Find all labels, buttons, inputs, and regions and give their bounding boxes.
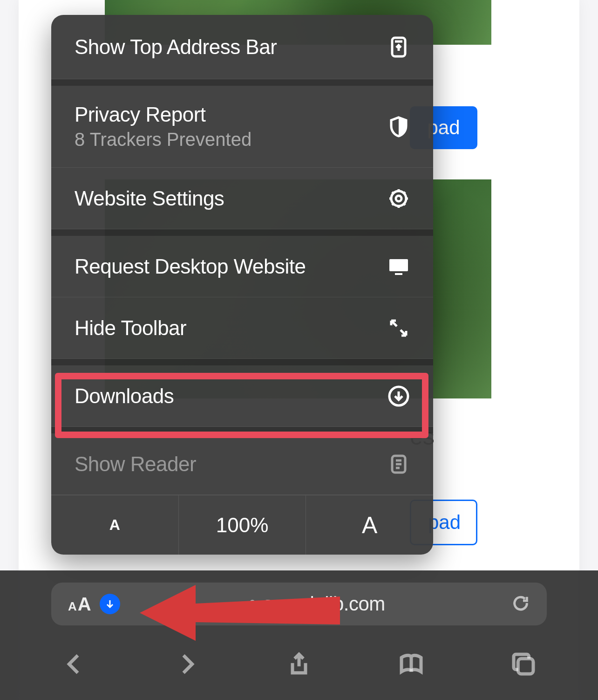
bookmarks-button[interactable] [398,651,424,679]
expand-icon [387,317,410,339]
menu-sublabel: 8 Trackers Prevented [75,129,251,150]
back-button[interactable] [61,651,88,679]
desktop-icon [387,255,410,278]
menu-label: Privacy Report [75,103,251,126]
menu-downloads[interactable]: Downloads [51,365,433,427]
increase-text-size[interactable]: A [306,495,433,555]
menu-label: Hide Toolbar [75,316,186,340]
share-button[interactable] [286,651,312,679]
svg-rect-13 [518,659,533,674]
menu-label: Website Settings [75,187,224,210]
menu-hide-toolbar[interactable]: Hide Toolbar [51,297,433,359]
download-circle-icon [387,385,410,407]
menu-request-desktop[interactable]: Request Desktop Website [51,236,433,297]
zoom-level[interactable]: 100% [179,495,306,555]
reader-icon [387,453,410,475]
menu-website-settings[interactable]: Website Settings [51,168,433,229]
text-size-row: A 100% A [51,495,433,555]
page-settings-button[interactable]: A A [68,594,91,615]
gear-icon [387,187,410,210]
page-settings-menu: Show Top Address Bar Privacy Report 8 Tr… [51,15,433,555]
forward-button[interactable] [174,651,200,679]
browser-chrome: A A samplelib.com [0,570,598,700]
menu-show-top-address-bar[interactable]: Show Top Address Bar [51,15,433,79]
url-display: samplelib.com [120,593,511,615]
svg-point-3 [396,196,401,201]
aa-small: A [68,599,77,614]
lock-icon [246,593,258,615]
reload-button[interactable] [511,594,530,614]
tabs-button[interactable] [510,651,537,679]
svg-rect-4 [389,259,408,271]
shield-icon [387,116,410,138]
decrease-text-size[interactable]: A [51,495,179,555]
menu-label: Request Desktop Website [75,255,306,278]
menu-label: Show Top Address Bar [75,35,277,59]
download-indicator-badge[interactable] [100,594,120,614]
menu-label: Show Reader [75,453,196,476]
bottom-nav [0,639,598,691]
address-bar-top-icon [387,36,410,58]
menu-show-reader: Show Reader [51,433,433,495]
menu-label: Downloads [75,384,174,408]
svg-rect-5 [395,273,402,275]
address-bar[interactable]: A A samplelib.com [51,583,547,625]
menu-privacy-report[interactable]: Privacy Report 8 Trackers Prevented [51,86,433,168]
aa-big: A [78,594,91,615]
svg-rect-11 [249,604,255,609]
